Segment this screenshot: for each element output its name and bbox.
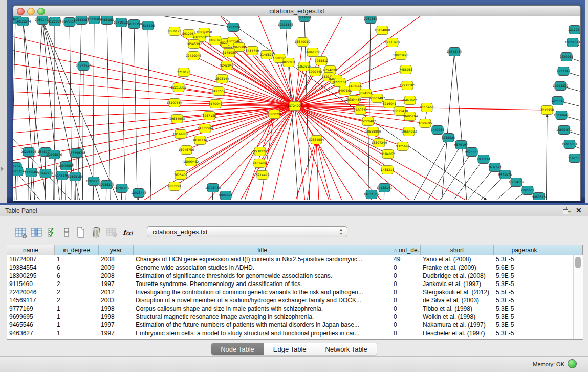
table-scrollbar[interactable]	[573, 255, 583, 339]
table-options-icon[interactable]	[14, 226, 27, 239]
cell-short[interactable]: Yano et al. (2008)	[421, 255, 494, 264]
cell-in_degree[interactable]: 6	[55, 264, 99, 272]
graph-node-9080921[interactable]: 9080921	[219, 191, 233, 200]
graph-node-10975887[interactable]: 10975887	[58, 162, 74, 170]
graph-node-9121004[interactable]: 9121004	[48, 17, 62, 26]
graph-node-2935114[interactable]: 2935114	[477, 155, 491, 164]
cell-in_degree[interactable]: 1	[55, 313, 99, 321]
graph-node-18107554[interactable]: 18107554	[167, 99, 183, 107]
graph-node-1211254[interactable]: 1211254	[568, 26, 580, 34]
graph-node-14671358[interactable]: 14671358	[126, 20, 142, 29]
graph-node-13942737[interactable]: 13942737	[38, 169, 54, 178]
graph-node-7986372[interactable]: 7986372	[354, 106, 367, 115]
cell-out_degree[interactable]: 0	[391, 296, 421, 304]
graph-node-16648784[interactable]: 16648784	[447, 48, 463, 56]
graph-node-7955812[interactable]: 7955812	[315, 57, 329, 65]
cell-year[interactable]: 1997	[99, 280, 134, 288]
panel-collapse-arrow-icon[interactable]	[1, 167, 4, 171]
graph-node-7485063[interactable]: 7485063	[399, 65, 413, 74]
graph-node-1527602[interactable]: 1527602	[88, 16, 101, 24]
cell-year[interactable]: 2008	[99, 272, 134, 280]
cell-short[interactable]: Stergiakouli et al. (2012)	[421, 288, 494, 296]
graph-node-12975185[interactable]: 12975185	[400, 81, 416, 90]
graph-node-3175085[interactable]: 3175085	[223, 49, 236, 57]
graph-node-16210643[interactable]: 16210643	[554, 111, 570, 120]
cell-title[interactable]: Structural magnetic resonance image aver…	[134, 313, 391, 321]
cell-out_degree[interactable]: 0	[391, 280, 421, 288]
table-row[interactable]: 946362711997Embryonic stem cells: a mode…	[7, 329, 573, 337]
graph-node-19654923[interactable]: 19654923	[401, 127, 417, 136]
cell-year[interactable]: 1997	[99, 321, 134, 329]
column-header-name[interactable]: name	[7, 245, 55, 255]
cell-pagerank[interactable]: 5.3E-5	[494, 329, 555, 337]
graph-node-18099462[interactable]: 18099462	[183, 158, 199, 166]
cell-name[interactable]: 14569117	[7, 296, 55, 304]
cell-pagerank[interactable]: 5.9E-5	[494, 272, 555, 280]
cell-short[interactable]: de Silva et al. (2003)	[421, 296, 494, 304]
cell-out_degree[interactable]: 0	[391, 304, 421, 313]
graph-node-18495794[interactable]: 18495794	[402, 112, 418, 121]
column-header-out_degree[interactable]: △out_de...	[391, 245, 421, 255]
table-row[interactable]: 1872400712008Changes of HCN gene express…	[7, 255, 573, 264]
graph-node-20153346[interactable]: 20153346	[76, 62, 92, 71]
cell-out_degree[interactable]: 0	[391, 288, 421, 296]
table-row[interactable]: 911546021997Tourette syndrome. Phenomeno…	[7, 280, 573, 288]
cell-name[interactable]: 18300295	[7, 272, 55, 280]
column-header-year[interactable]: year	[99, 245, 134, 255]
graph-node-9329965[interactable]: 9329965	[560, 53, 574, 61]
cell-out_degree[interactable]: 0	[391, 272, 421, 280]
graph-node-9777169[interactable]: 9777169	[333, 78, 347, 87]
cell-in_degree[interactable]: 2	[55, 280, 99, 288]
graph-node-3215958[interactable]: 3215958	[540, 106, 554, 115]
graph-node-8427552[interactable]: 8427552	[212, 87, 226, 96]
graph-node-1244419[interactable]: 1244419	[551, 97, 565, 105]
tab-edge-table[interactable]: Edge Table	[264, 343, 316, 355]
table-mode-icon[interactable]	[60, 226, 73, 239]
tab-node-table[interactable]: Node Table	[211, 343, 264, 355]
graph-node-12923448[interactable]: 12923448	[131, 189, 147, 198]
graph-node-8454749[interactable]: 8454749	[246, 47, 259, 55]
cell-pagerank[interactable]: 5.3E-5	[494, 255, 555, 264]
graph-node-9115460[interactable]: 9115460	[420, 103, 434, 112]
cell-title[interactable]: Disruption of a novel member of a sodium…	[134, 296, 391, 304]
graph-node-9227342[interactable]: 9227342	[557, 67, 571, 76]
cell-pagerank[interactable]: 5.5E-5	[494, 288, 555, 296]
column-header-title[interactable]: title	[134, 245, 391, 255]
graph-node-10958107[interactable]: 10958107	[99, 181, 115, 189]
graph-node-15751074[interactable]: 15751074	[565, 38, 580, 47]
delete-column-icon[interactable]	[90, 226, 103, 239]
graph-node-12505185[interactable]: 12505185	[68, 172, 83, 181]
graph-node-19166852[interactable]: 19166852	[173, 130, 189, 139]
graph-node-6216041[interactable]: 6216041	[383, 100, 397, 108]
graph-node-6914479[interactable]: 6914479	[256, 171, 270, 180]
cell-title[interactable]: Estimation of significance thresholds fo…	[134, 272, 391, 280]
cell-year[interactable]: 1998	[99, 313, 134, 321]
cell-short[interactable]: Jankovic et al. (1997)	[421, 280, 494, 288]
graph-node-8878334[interactable]: 8878334	[193, 136, 207, 145]
graph-node-9474444[interactable]: 9474444	[465, 148, 479, 157]
graph-node-14671309[interactable]: 14671309	[364, 190, 380, 199]
cell-short[interactable]: Nakamura et al. (1997)	[421, 321, 494, 329]
table-selector-dropdown[interactable]: citations_edges.txt ▲▼	[147, 226, 347, 237]
network-canvas[interactable]: 2040557140355742069140691210041953028410…	[13, 16, 580, 200]
cell-in_degree[interactable]: 1	[55, 255, 99, 264]
graph-node-20364456[interactable]: 20364456	[346, 96, 362, 104]
graph-node-10688809[interactable]: 10688809	[365, 127, 381, 136]
cell-in_degree[interactable]: 2	[55, 296, 99, 304]
cell-out_degree[interactable]: 49	[391, 255, 421, 264]
cell-title[interactable]: Estimation of the future numbers of pati…	[134, 321, 391, 329]
cell-year[interactable]: 2012	[99, 288, 134, 296]
graph-node-9146821[interactable]: 9146821	[260, 51, 274, 59]
graph-node-12213987[interactable]: 12213987	[385, 38, 401, 47]
cell-out_degree[interactable]: 0	[391, 313, 421, 321]
delete-table-icon[interactable]	[105, 226, 118, 239]
graph-node-8938923[interactable]: 8938923	[442, 134, 455, 142]
cell-title[interactable]: Tourette syndrome. Phenomenology and cla…	[134, 280, 391, 288]
graph-node-7957224[interactable]: 7957224	[227, 23, 241, 32]
graph-node-16782759[interactable]: 16782759	[114, 184, 130, 193]
cell-name[interactable]: 22420046	[7, 288, 55, 296]
float-window-icon[interactable]	[563, 207, 571, 214]
cell-name[interactable]: 19384554	[7, 264, 55, 272]
graph-node-9463627[interactable]: 9463627	[403, 96, 417, 105]
graph-node-6879197[interactable]: 6879197	[454, 141, 468, 149]
